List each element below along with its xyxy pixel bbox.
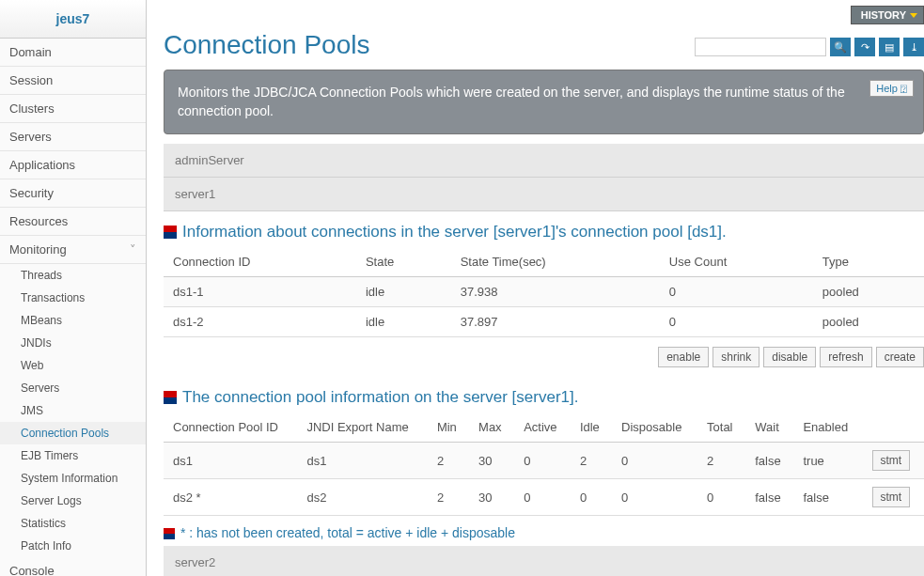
flag-icon <box>164 226 177 239</box>
description-text: Monitors the JDBC/JCA Connection Pools w… <box>178 85 845 118</box>
button-row: enable shrink disable refresh create <box>164 337 924 377</box>
nav-clusters[interactable]: Clusters <box>0 95 146 123</box>
pool-table: Connection Pool ID JNDI Export Name Min … <box>164 413 924 516</box>
sub-ejb-timers[interactable]: EJB Timers <box>0 444 146 467</box>
create-button[interactable]: create <box>876 347 924 367</box>
nav-domain[interactable]: Domain <box>0 39 146 67</box>
col-conn-id: Connection ID <box>164 247 356 277</box>
stmt-button[interactable]: stmt <box>872 450 911 471</box>
footnote: * : has not been created, total = active… <box>164 516 924 546</box>
table-row[interactable]: ds1-2 idle 37.897 0 pooled <box>164 307 924 337</box>
section1-header: Information about connections in the ser… <box>164 211 924 247</box>
nav-applications[interactable]: Applications <box>0 151 146 179</box>
sub-web[interactable]: Web <box>0 354 146 377</box>
col-state: State <box>356 247 451 277</box>
col-type: Type <box>813 247 924 277</box>
table-row[interactable]: ds1 ds1 2 30 0 2 0 2 false true stmt <box>164 443 924 479</box>
nav-resources[interactable]: Resources <box>0 208 146 236</box>
nav-console[interactable]: Console <box>0 557 146 576</box>
sidebar: jeus7 Domain Session Clusters Servers Ap… <box>0 0 147 576</box>
download-icon[interactable]: ⤓ <box>903 38 924 56</box>
refresh-button[interactable]: refresh <box>820 347 871 367</box>
sub-statistics[interactable]: Statistics <box>0 512 146 535</box>
sub-transactions[interactable]: Transactions <box>0 287 146 309</box>
export-icon[interactable]: ↷ <box>854 38 875 56</box>
server-row-server2[interactable]: server2 <box>164 546 924 576</box>
main-content: HISTORY Connection Pools 🔍 ↷ ▤ ⤓ Monitor… <box>147 0 924 576</box>
search-icon[interactable]: 🔍 <box>830 38 851 56</box>
enable-button[interactable]: enable <box>658 347 709 367</box>
table-row[interactable]: ds1-1 idle 37.938 0 pooled <box>164 277 924 307</box>
sub-jms[interactable]: JMS <box>0 399 146 422</box>
nav-servers[interactable]: Servers <box>0 123 146 151</box>
search-input[interactable] <box>695 38 826 56</box>
nav-security[interactable]: Security <box>0 179 146 208</box>
flag-icon <box>164 391 177 404</box>
connections-table: Connection ID State State Time(sec) Use … <box>164 247 924 337</box>
history-button[interactable]: HISTORY <box>851 6 924 24</box>
sub-server-logs[interactable]: Server Logs <box>0 490 146 512</box>
server-row-server1[interactable]: server1 <box>164 178 924 211</box>
nav-monitoring[interactable]: Monitoring <box>0 236 146 264</box>
table-row[interactable]: ds2 * ds2 2 30 0 0 0 0 false false stmt <box>164 479 924 516</box>
server-row-admin[interactable]: adminServer <box>164 144 924 178</box>
sub-patch-info[interactable]: Patch Info <box>0 535 146 557</box>
brand[interactable]: jeus7 <box>0 0 146 39</box>
sub-connection-pools[interactable]: Connection Pools <box>0 422 146 444</box>
stmt-button[interactable]: stmt <box>872 487 911 507</box>
section2-header: The connection pool information on the s… <box>164 377 924 413</box>
col-use-count: Use Count <box>660 247 813 277</box>
shrink-button[interactable]: shrink <box>713 347 760 367</box>
disable-button[interactable]: disable <box>763 347 816 367</box>
description-box: Monitors the JDBC/JCA Connection Pools w… <box>164 70 924 134</box>
flag-icon <box>164 528 175 539</box>
nav-session[interactable]: Session <box>0 67 146 95</box>
sub-mbeans[interactable]: MBeans <box>0 309 146 332</box>
help-button[interactable]: Help ⍰ <box>869 80 914 97</box>
col-state-time: State Time(sec) <box>451 247 660 277</box>
sub-servers[interactable]: Servers <box>0 377 146 399</box>
sub-system-info[interactable]: System Information <box>0 467 146 490</box>
sub-jndis[interactable]: JNDIs <box>0 332 146 354</box>
sub-threads[interactable]: Threads <box>0 264 146 287</box>
xml-icon[interactable]: ▤ <box>879 38 900 56</box>
